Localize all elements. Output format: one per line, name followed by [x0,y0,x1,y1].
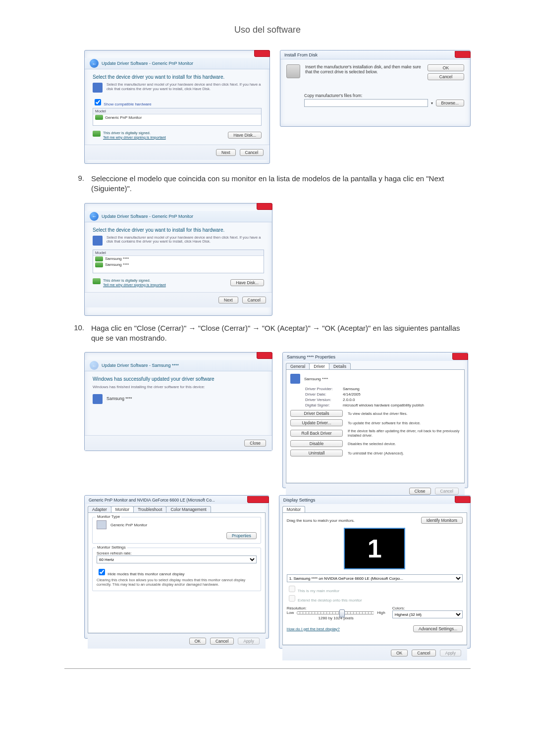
close-icon[interactable] [455,51,471,58]
breadcrumb: Update Driver Software - Generic PnP Mon… [102,61,193,66]
value-signer: microsoft windows hardware compatibility… [343,403,424,407]
tab-details[interactable]: Details [329,363,351,369]
rollback-driver-button[interactable]: Roll Back Driver [290,430,343,437]
column-model: Model [93,250,264,256]
next-button[interactable]: Next [218,297,238,303]
disable-button[interactable]: Disable [290,440,343,447]
apply-button: Apply [440,650,461,656]
extend-desktop-checkbox [289,595,295,602]
update-driver-button[interactable]: Update Driver... [290,419,343,426]
screenshot-display-settings: Display Settings Monitor Drag the icons … [279,495,471,649]
wizard-heading: Select the device driver you want to ins… [85,69,269,82]
manual-page: Uso del software ← Update Driver Softwar… [0,0,535,756]
model-listbox[interactable]: Model Samsung **** Samsung **** [93,250,264,273]
model-listbox[interactable]: Model Generic PnP Monitor [93,108,262,126]
monitor-type-name: Generic PnP Monitor [110,523,147,527]
device-icon [93,394,103,404]
driver-details-button[interactable]: Driver Details [290,410,343,417]
cancel-button[interactable]: Cancel [412,650,435,656]
wizard-subtext: Select the manufacturer and model of you… [107,83,262,93]
tab-monitor[interactable]: Monitor [111,506,134,512]
monitor-select[interactable]: 1. Samsung **** on NVIDIA GeForce 6600 L… [287,574,463,582]
tab-adapter[interactable]: Adapter [88,506,111,512]
step-text: Seleccione el modelo que coincida con su… [91,174,471,194]
wizard-subtext: Select the manufacturer and model of you… [107,236,264,246]
browse-button[interactable]: Browse... [436,100,464,106]
list-item[interactable]: Samsung **** [105,256,129,261]
close-button[interactable]: Close [244,440,266,447]
uninstall-button[interactable]: Uninstall [290,450,343,456]
label-signer: Digital Signer: [305,403,340,407]
hide-modes-desc: Clearing this check box allows you to se… [97,578,257,587]
step-number: 10. [64,323,91,344]
close-icon[interactable] [254,50,270,57]
breadcrumb: Update Driver Software - Generic PnP Mon… [102,214,193,219]
tab-troubleshoot[interactable]: Troubleshoot [133,506,166,512]
rollback-driver-desc: If the device fails after updating the d… [348,429,460,438]
group-monitor-settings: Monitor Settings [96,545,127,550]
value-version: 2.0.0.0 [343,398,355,402]
close-icon[interactable] [455,496,471,503]
cancel-button[interactable]: Cancel [210,638,234,645]
wizard-heading: Windows has successfully updated your dr… [85,371,272,384]
device-icon [93,236,103,246]
next-button[interactable]: Next [216,149,235,156]
dialog-title: Install From Disk [284,52,318,57]
close-icon[interactable] [257,352,272,359]
show-compatible-label: Show compatible hardware [104,102,152,106]
label-date: Driver Date: [305,392,340,397]
device-name: Samsung **** [107,397,132,402]
dialog-title: Display Settings [283,498,316,503]
tab-color-management[interactable]: Color Management [166,506,211,512]
column-model: Model [93,108,261,114]
monitor-thumbnail[interactable]: 1 [344,528,405,569]
back-icon: ← [90,361,99,370]
refresh-rate-select[interactable]: 60 Hertz [97,555,257,563]
label-version: Driver Version: [305,398,340,402]
hide-modes-checkbox[interactable] [99,569,105,575]
cancel-button[interactable]: Cancel [428,73,464,80]
colors-select[interactable]: Highest (32 bit) [392,610,463,618]
show-compatible-checkbox[interactable] [95,99,101,105]
cancel-button[interactable]: Cancel [240,149,264,156]
cancel-button[interactable]: Cancel [242,297,266,303]
ok-button[interactable]: OK [189,638,206,645]
close-button[interactable]: Close [409,488,431,495]
tab-general[interactable]: General [286,363,310,369]
signing-link[interactable]: Tell me why driver signing is important [103,135,166,140]
close-icon[interactable] [247,496,269,503]
list-item[interactable]: Samsung **** [105,262,129,267]
tab-driver[interactable]: Driver [309,363,329,369]
resolution-slider[interactable] [297,611,374,614]
screenshot-monitor-properties: Generic PnP Monitor and NVIDIA GeForce 6… [84,495,269,639]
value-date: 4/14/2005 [343,392,361,397]
back-icon[interactable]: ← [90,212,99,221]
signing-link[interactable]: Tell me why driver signing is important [103,283,166,287]
screenshot-install-from-disk: Install From Disk Insert the manufacture… [280,50,471,127]
advanced-settings-button[interactable]: Advanced Settings... [413,625,463,632]
extend-desktop-label: Extend the desktop onto this monitor [298,598,362,603]
close-icon[interactable] [257,203,272,210]
screenshot-finish: ← Update Driver Software - Samsung **** … [84,352,272,451]
device-icon [93,83,103,93]
back-icon[interactable]: ← [90,59,99,68]
driver-details-desc: To view details about the driver files. [348,411,460,416]
value-provider: Samsung [343,387,360,391]
tab-monitor[interactable]: Monitor [282,506,305,512]
identify-monitors-button[interactable]: Identify Monitors [421,517,463,524]
copy-from-input[interactable] [304,99,428,107]
have-disk-button[interactable]: Have Disk... [228,132,262,139]
ok-button[interactable]: OK [428,64,464,71]
have-disk-button[interactable]: Have Disk... [230,279,264,286]
shield-icon [95,256,103,261]
best-display-link[interactable]: How do I get the best display? [287,627,340,631]
close-icon[interactable] [452,353,468,360]
shield-icon [95,262,103,267]
monitor-icon [97,520,107,529]
chevron-down-icon[interactable]: ▾ [431,101,433,105]
colors-label: Colors: [392,606,463,610]
list-item[interactable]: Generic PnP Monitor [105,115,142,120]
ok-button[interactable]: OK [391,650,408,656]
properties-button[interactable]: Properties [226,532,257,539]
slider-thumb[interactable] [339,609,345,617]
